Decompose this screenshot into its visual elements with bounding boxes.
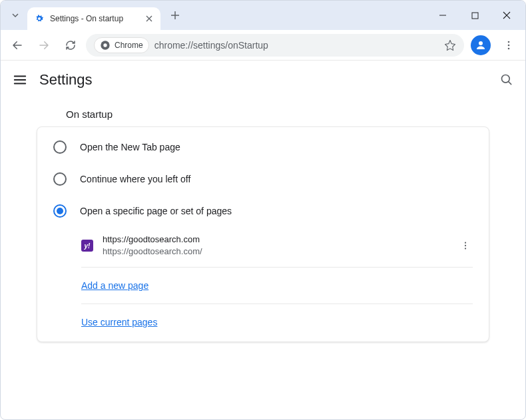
page-more-button[interactable] <box>458 238 473 253</box>
forward-button[interactable] <box>33 34 55 57</box>
option-continue[interactable]: Continue where you left off <box>37 163 489 195</box>
use-current-row: Use current pages <box>37 307 489 337</box>
use-current-link[interactable]: Use current pages <box>81 317 157 327</box>
option-label: Open a specific page or set of pages <box>80 206 232 216</box>
svg-point-3 <box>479 41 483 45</box>
add-page-link[interactable]: Add a new page <box>81 280 148 291</box>
bookmark-button[interactable] <box>444 39 456 51</box>
svg-point-4 <box>508 41 510 43</box>
tab-close-button[interactable] <box>144 14 154 23</box>
more-vertical-icon <box>461 241 470 250</box>
chrome-logo-icon <box>100 40 111 51</box>
svg-point-9 <box>465 245 466 246</box>
page-title: Settings <box>39 71 93 89</box>
close-icon <box>503 11 511 19</box>
radio-icon <box>53 172 67 186</box>
svg-point-2 <box>103 43 107 47</box>
menu-button[interactable] <box>13 73 27 87</box>
profile-icon <box>475 39 487 51</box>
svg-point-6 <box>508 47 510 49</box>
browser-tab[interactable]: Settings - On startup <box>27 7 160 30</box>
option-label: Open the New Tab page <box>80 142 180 152</box>
new-tab-button[interactable] <box>166 6 184 25</box>
section-title: On startup <box>66 108 512 120</box>
svg-point-5 <box>508 44 510 46</box>
radio-icon <box>53 140 67 154</box>
reload-icon <box>65 39 77 51</box>
arrow-left-icon <box>11 39 23 51</box>
address-bar[interactable]: Chrome chrome://settings/onStartup <box>86 34 464 57</box>
option-specific-pages[interactable]: Open a specific page or set of pages <box>37 195 489 227</box>
startup-page-row: y! https://goodtosearch.com https://good… <box>37 227 489 264</box>
hamburger-icon <box>13 73 27 87</box>
maximize-icon <box>471 12 479 19</box>
svg-point-8 <box>465 242 466 244</box>
divider <box>81 267 473 268</box>
favicon-icon: y! <box>81 240 93 252</box>
maximize-button[interactable] <box>461 5 488 26</box>
search-settings-button[interactable] <box>500 73 513 87</box>
close-icon <box>146 15 152 22</box>
startup-card: Open the New Tab page Continue where you… <box>37 126 489 342</box>
titlebar: Settings - On startup <box>1 1 525 30</box>
option-label: Continue where you left off <box>80 174 190 184</box>
minimize-button[interactable] <box>429 5 456 26</box>
tab-dropdown-button[interactable] <box>6 6 25 25</box>
add-page-row: Add a new page <box>37 270 489 301</box>
chrome-chip-label: Chrome <box>115 41 143 50</box>
option-new-tab[interactable]: Open the New Tab page <box>37 131 489 163</box>
plus-icon <box>170 11 180 20</box>
radio-selected-icon <box>53 204 67 218</box>
page-title-text: https://goodtosearch.com <box>103 234 449 246</box>
page-url-text: https://goodtosearch.com/ <box>103 246 449 258</box>
content-area: On startup Open the New Tab page Continu… <box>1 99 525 419</box>
chrome-chip: Chrome <box>94 37 149 53</box>
toolbar: Chrome chrome://settings/onStartup <box>1 30 525 61</box>
url-text: chrome://settings/onStartup <box>154 40 268 51</box>
more-vertical-icon <box>503 40 514 51</box>
gear-icon <box>34 13 45 24</box>
divider <box>81 304 473 304</box>
reload-button[interactable] <box>59 34 82 57</box>
tab-title: Settings - On startup <box>50 14 123 23</box>
profile-button[interactable] <box>471 35 491 55</box>
search-icon <box>500 73 513 87</box>
arrow-right-icon <box>38 39 50 51</box>
browser-menu-button[interactable] <box>497 34 520 57</box>
star-icon <box>444 39 456 51</box>
back-button[interactable] <box>6 34 29 57</box>
svg-rect-0 <box>472 13 478 19</box>
close-window-button[interactable] <box>493 5 520 26</box>
chevron-down-icon <box>11 11 19 19</box>
minimize-icon <box>439 11 447 19</box>
settings-header: Settings <box>1 61 525 99</box>
svg-point-10 <box>465 248 466 249</box>
